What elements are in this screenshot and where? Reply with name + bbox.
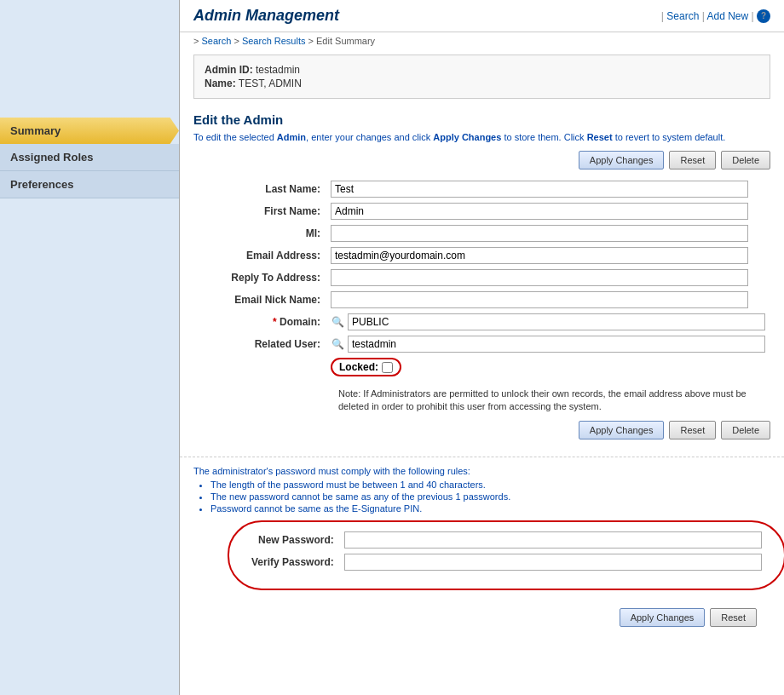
breadcrumb-sep2: > [233, 36, 241, 46]
apply-changes-button-final[interactable]: Apply Changes [620, 608, 706, 627]
verify-password-input[interactable] [344, 554, 762, 571]
locked-cell: Locked: [326, 355, 770, 379]
password-rules: The administrator's password must comply… [193, 466, 770, 514]
new-password-input[interactable] [344, 531, 762, 549]
breadcrumb-sep3: > [308, 36, 316, 46]
reset-button-bottom[interactable]: Reset [669, 421, 716, 439]
add-new-link[interactable]: Add New [707, 9, 749, 21]
last-name-cell [326, 178, 770, 200]
password-rules-list: The length of the password must be betwe… [210, 480, 770, 514]
first-name-label: First Name: [193, 200, 326, 222]
new-password-cell [339, 529, 767, 551]
password-rule-1: The length of the password must be betwe… [210, 480, 770, 490]
related-user-field-wrapper: 🔍 [331, 336, 765, 353]
new-password-label: New Password: [246, 529, 339, 551]
sidebar-item-assigned-roles[interactable]: Assigned Roles [0, 144, 179, 171]
related-user-search-icon[interactable]: 🔍 [331, 337, 344, 351]
admin-id-label: Admin ID: [205, 64, 253, 76]
search-link[interactable]: Search [666, 9, 699, 21]
edit-form: Last Name: First Name: MI: Email Address… [193, 178, 770, 379]
domain-search-icon[interactable]: 🔍 [331, 315, 344, 329]
first-name-row: First Name: [193, 200, 770, 222]
help-icon[interactable]: ? [757, 9, 770, 23]
edit-section: Edit the Admin To edit the selected Admi… [180, 104, 784, 457]
mi-label: MI: [193, 222, 326, 244]
apply-changes-button-bottom[interactable]: Apply Changes [579, 421, 665, 439]
email-cell [326, 244, 770, 267]
desc-bold-reset: Reset [587, 132, 613, 142]
reset-button-top[interactable]: Reset [669, 151, 716, 169]
email-input[interactable] [331, 247, 748, 264]
delete-button-top[interactable]: Delete [721, 151, 770, 169]
sidebar: Summary Assigned Roles Preferences [0, 0, 179, 695]
reply-to-input[interactable] [331, 269, 748, 286]
password-rule-3: Password cannot be same as the E-Signatu… [210, 503, 770, 514]
email-label: Email Address: [193, 244, 326, 267]
last-name-row: Last Name: [193, 178, 770, 200]
header-links: | Search | Add New | ? [661, 9, 770, 23]
breadcrumb-current: Edit Summary [316, 36, 375, 46]
admin-id-value: testadmin [256, 64, 300, 76]
page-header: Admin Management | Search | Add New | ? [180, 0, 784, 32]
password-section: The administrator's password must comply… [180, 457, 784, 642]
delete-button-bottom[interactable]: Delete [721, 421, 770, 439]
nick-name-input[interactable] [331, 291, 748, 308]
breadcrumb-search[interactable]: Search [201, 36, 231, 46]
final-button-row: Apply Changes Reset [193, 601, 770, 634]
domain-input[interactable] [348, 313, 765, 330]
verify-password-cell [339, 551, 767, 573]
related-user-cell: 🔍 [326, 333, 770, 355]
desc-bold-apply: Apply Changes [433, 132, 501, 142]
sidebar-item-label-preferences: Preferences [10, 178, 73, 191]
locked-note: Note: If Administrators are permitted to… [338, 388, 770, 414]
reply-to-label: Reply To Address: [193, 267, 326, 289]
verify-password-row: Verify Password: [246, 551, 767, 573]
admin-id-row: Admin ID: testadmin [205, 64, 759, 76]
top-button-row: Apply Changes Reset Delete [193, 151, 770, 169]
bottom-button-row: Apply Changes Reset Delete [193, 421, 770, 439]
admin-name-value: TEST, ADMIN [239, 78, 302, 89]
locked-row: Locked: [193, 355, 770, 379]
reply-to-row: Reply To Address: [193, 267, 770, 289]
breadcrumb-search-results[interactable]: Search Results [242, 36, 306, 46]
nick-name-cell [326, 289, 770, 311]
admin-info-box: Admin ID: testadmin Name: TEST, ADMIN [193, 55, 770, 99]
email-row: Email Address: [193, 244, 770, 267]
separator1: | [661, 9, 664, 21]
reply-to-cell [326, 267, 770, 289]
password-fields-highlight: New Password: Verify Password: [228, 520, 784, 590]
mi-input[interactable] [331, 225, 748, 242]
mi-cell [326, 222, 770, 244]
domain-field-wrapper: 🔍 [331, 313, 765, 330]
new-password-row: New Password: [246, 529, 767, 551]
main-content: Admin Management | Search | Add New | ? … [179, 0, 784, 695]
domain-required-star: * [273, 316, 277, 328]
nick-name-row: Email Nick Name: [193, 289, 770, 311]
mi-row: MI: [193, 222, 770, 244]
edit-section-desc: To edit the selected Admin, enter your c… [193, 132, 770, 142]
password-form: New Password: Verify Password: [246, 529, 767, 573]
locked-checkbox[interactable] [382, 362, 393, 373]
first-name-cell [326, 200, 770, 222]
first-name-input[interactable] [331, 203, 748, 220]
locked-label-cell [193, 355, 326, 379]
admin-name-label: Name: [205, 78, 236, 89]
apply-changes-button-top[interactable]: Apply Changes [579, 151, 665, 169]
sidebar-item-summary[interactable]: Summary [0, 118, 179, 144]
related-user-input[interactable] [348, 336, 765, 353]
locked-label: Locked: [339, 361, 378, 373]
sidebar-item-label-summary: Summary [10, 124, 61, 137]
edit-section-title: Edit the Admin [193, 112, 770, 127]
reset-button-final[interactable]: Reset [710, 608, 757, 627]
desc-bold-admin: Admin [277, 132, 306, 142]
last-name-label: Last Name: [193, 178, 326, 200]
locked-circle-highlight: Locked: [331, 358, 401, 376]
related-user-label: Related User: [193, 333, 326, 355]
password-fields-container: New Password: Verify Password: [193, 520, 770, 593]
nick-name-label: Email Nick Name: [193, 289, 326, 311]
domain-label: * Domain: [193, 311, 326, 333]
breadcrumb: > Search > Search Results > Edit Summary [180, 32, 784, 49]
last-name-input[interactable] [331, 181, 748, 198]
domain-cell: 🔍 [326, 311, 770, 333]
sidebar-item-preferences[interactable]: Preferences [0, 171, 179, 198]
